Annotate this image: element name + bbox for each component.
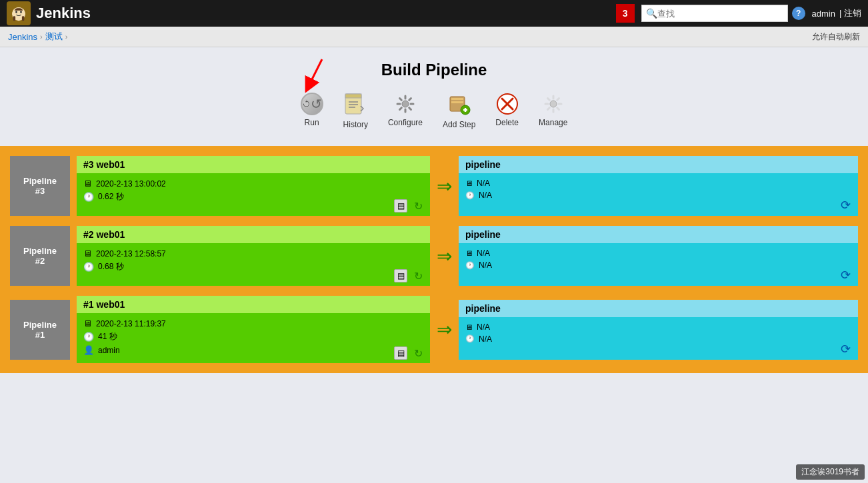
build-refresh-btn-1[interactable]: ↻ [411,199,425,213]
pipeline-label-1: Pipeline #3 [10,156,70,216]
pipeline-card-actions-1: ⟳ [838,198,853,213]
main-content: Build Pipeline [0,47,868,483]
breadcrumb-test[interactable]: 测试 [45,31,63,43]
manage-icon [542,93,565,115]
build-date-row-1: 🖥 2020-2-13 13:00:02 [83,179,423,189]
pipeline-card-body-1: 🖥 N/A 🕐 N/A [459,173,858,208]
svg-rect-6 [13,16,16,21]
na-icon-1a: 🖥 [465,179,473,187]
pipeline-label-3: Pipeline #1 [10,300,70,360]
build-refresh-btn-2[interactable]: ↻ [411,269,425,282]
configure-icon [394,93,417,115]
toolbar-run-label: Run [305,118,319,127]
pipeline-card-header-2: pipeline [459,226,858,243]
help-icon[interactable]: ? [792,7,805,20]
svg-rect-28 [451,98,463,100]
toolbar-configure[interactable]: Configure [388,93,423,129]
toolbar-history[interactable]: History [343,93,368,129]
pipeline-number-2: #2 [35,256,45,266]
pipeline-card-header-1: pipeline [459,156,858,173]
na-icon-3a: 🖥 [465,323,473,331]
svg-point-5 [20,11,22,13]
breadcrumb-arrow-2: › [65,33,68,41]
build-duration-2: 0.68 秒 [98,261,124,272]
build-card-actions-3: ▤ ↻ [394,346,425,360]
svg-line-26 [399,108,401,110]
pipeline-row-1: Pipeline #3 #3 web01 🖥 2020-2-13 13:00:0… [10,156,858,216]
pipeline-label-text-3: Pipeline [23,320,57,330]
svg-point-36 [550,101,557,107]
toolbar: Run History [0,89,868,139]
svg-rect-7 [22,16,25,21]
pipeline-header: Build Pipeline [0,47,868,146]
toolbar-configure-label: Configure [388,118,423,127]
user-icon-3: 👤 [83,345,94,355]
build-duration-1: 0.62 秒 [98,191,124,203]
pipeline-label-text-2: Pipeline [23,246,57,256]
svg-rect-3 [16,16,21,20]
toolbar-addstep-label: Add Step [443,120,475,129]
auto-refresh-link[interactable]: 允许自动刷新 [812,31,860,43]
na-icon-3b: 🕐 [465,334,475,343]
breadcrumb-arrow-1: › [40,33,43,41]
header-user: admin [812,9,835,19]
pipeline-row-2: Pipeline #2 #2 web01 🖥 2020-2-13 12:58:5… [10,226,858,286]
toolbar-add-step[interactable]: Add Step [443,93,475,129]
pipeline-number-1: #3 [35,186,45,196]
pipeline-na-row-1b: 🕐 N/A [465,191,851,200]
delete-icon [496,93,519,115]
pipeline-refresh-btn-1[interactable]: ⟳ [838,198,853,213]
pipeline-card-actions-2: ⟳ [838,268,853,282]
build-card-header-3: #1 web01 [77,296,430,313]
build-log-btn-1[interactable]: ▤ [394,199,407,213]
build-card-header-1: #3 web01 [77,156,430,173]
clock-icon-2: 🕐 [83,262,94,272]
build-card-body-2: 🖥 2020-2-13 12:58:57 🕐 0.68 秒 [77,243,430,280]
build-card-body-3: 🖥 2020-2-13 11:19:37 🕐 41 秒 👤 admin [77,313,430,363]
svg-point-18 [402,101,409,107]
toolbar-history-label: History [343,120,368,129]
clock-icon-3: 🕐 [83,332,94,342]
build-duration-3: 41 秒 [98,331,117,342]
pipeline-title: Build Pipeline [0,61,868,79]
build-refresh-btn-3[interactable]: ↻ [411,346,425,360]
svg-line-44 [547,108,549,110]
build-date-2: 2020-2-13 12:58:57 [96,249,166,258]
na-text-3b: N/A [479,334,492,344]
toolbar-manage[interactable]: Manage [539,93,567,129]
na-icon-2b: 🕐 [465,261,475,270]
calendar-icon-3: 🖥 [83,318,92,328]
breadcrumb-jenkins[interactable]: Jenkins [8,32,37,42]
connector-arrow-1: ⇒ [437,175,452,197]
build-card-2: #2 web01 🖥 2020-2-13 12:58:57 🕐 0.68 秒 ▤… [77,226,430,286]
pipeline-na-row-1a: 🖥 N/A [465,179,851,188]
pipeline-number-3: #1 [35,330,45,340]
build-card-actions-1: ▤ ↻ [394,199,425,213]
pipeline-card-body-3: 🖥 N/A 🕐 N/A [459,317,858,352]
search-input[interactable] [657,9,777,19]
na-icon-1b: 🕐 [465,191,475,200]
build-log-btn-2[interactable]: ▤ [394,269,407,282]
build-log-btn-3[interactable]: ▤ [394,346,407,360]
search-icon: 🔍 [646,8,657,19]
build-user-row-3: 👤 admin [83,345,423,355]
svg-line-25 [409,99,411,101]
svg-line-23 [399,99,401,101]
build-duration-row-3: 🕐 41 秒 [83,331,423,342]
red-arrow-indicator [292,56,332,93]
na-text-1a: N/A [477,179,490,188]
toolbar-delete[interactable]: Delete [495,93,519,129]
svg-line-24 [409,108,411,110]
pipeline-refresh-btn-2[interactable]: ⟳ [838,268,853,282]
build-duration-row-1: 🕐 0.62 秒 [83,191,423,203]
build-date-1: 2020-2-13 13:00:02 [96,179,166,189]
pipeline-card-1: pipeline 🖥 N/A 🕐 N/A ⟳ [459,156,858,216]
pipeline-na-row-2b: 🕐 N/A [465,260,851,270]
pipeline-na-row-3b: 🕐 N/A [465,334,851,344]
pipeline-refresh-btn-3[interactable]: ⟳ [838,342,853,356]
notification-badge[interactable]: 3 [616,4,635,23]
na-text-3a: N/A [477,322,490,332]
pipeline-card-3: pipeline 🖥 N/A 🕐 N/A ⟳ [459,300,858,360]
toolbar-run[interactable]: Run [301,93,323,129]
logout-button[interactable]: | 注销 [839,7,861,19]
